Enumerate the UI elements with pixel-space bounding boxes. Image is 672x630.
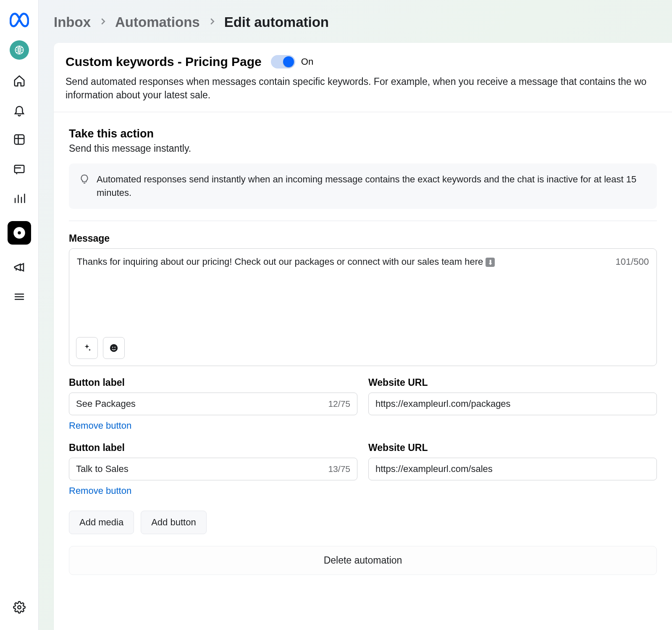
breadcrumb-current: Edit automation (224, 14, 329, 30)
toggle-label: On (301, 56, 313, 67)
status-toggle[interactable] (271, 55, 295, 69)
delete-automation-button[interactable]: Delete automation (69, 546, 657, 575)
svg-point-6 (110, 344, 118, 352)
button-label-field[interactable] (76, 464, 325, 474)
chevron-right-icon (207, 17, 217, 28)
button-label-count: 12/75 (328, 399, 350, 409)
svg-point-5 (18, 606, 21, 609)
button-label-input-2[interactable]: 13/75 (69, 458, 357, 480)
menu-icon[interactable] (13, 290, 26, 303)
meta-logo[interactable] (10, 10, 29, 29)
action-subheading: Send this message instantly. (69, 143, 657, 154)
bar-chart-icon[interactable] (13, 192, 26, 205)
website-url-field[interactable] (375, 464, 650, 474)
remove-button-link-1[interactable]: Remove button (69, 420, 357, 431)
breadcrumb-inbox[interactable]: Inbox (54, 14, 91, 30)
workspace-avatar[interactable] (10, 40, 29, 60)
button-label-field[interactable] (76, 398, 325, 409)
post-icon[interactable] (13, 162, 26, 176)
add-media-button[interactable]: Add media (69, 511, 134, 534)
button-label-count: 13/75 (328, 464, 350, 474)
megaphone-icon[interactable] (13, 261, 26, 274)
divider (69, 221, 657, 221)
info-banner: Automated responses send instantly when … (69, 163, 657, 209)
action-heading: Take this action (69, 127, 657, 140)
message-text[interactable]: Thanks for inquiring about our pricing! … (77, 256, 495, 267)
website-url-title: Website URL (368, 377, 657, 388)
button-label-input-1[interactable]: 12/75 (69, 393, 357, 415)
breadcrumb: Inbox Automations Edit automation (39, 0, 672, 43)
ai-sparkle-button[interactable] (76, 337, 98, 359)
chevron-right-icon (98, 17, 108, 28)
message-editor[interactable]: Thanks for inquiring about our pricing! … (69, 248, 657, 366)
message-char-count: 101/500 (615, 256, 649, 267)
settings-icon[interactable] (13, 601, 26, 614)
website-url-input-2[interactable] (368, 458, 657, 480)
message-label: Message (69, 233, 657, 244)
grid-icon[interactable] (13, 133, 26, 146)
automation-panel: Custom keywords - Pricing Page On Send a… (54, 43, 672, 630)
website-url-title: Website URL (368, 442, 657, 453)
svg-point-7 (112, 347, 113, 348)
add-button-button[interactable]: Add button (141, 511, 206, 534)
panel-header: Custom keywords - Pricing Page On Send a… (54, 43, 672, 112)
breadcrumb-automations[interactable]: Automations (115, 14, 200, 30)
svg-rect-2 (14, 165, 24, 173)
button-label-title: Button label (69, 442, 357, 453)
bell-icon[interactable] (13, 103, 26, 117)
main-area: Inbox Automations Edit automation Custom… (39, 0, 672, 630)
svg-point-8 (115, 347, 116, 348)
lightbulb-icon (79, 174, 90, 185)
website-url-input-1[interactable] (368, 393, 657, 415)
panel-description: Send automated responses when messages c… (66, 75, 660, 102)
inbox-icon[interactable] (8, 221, 31, 245)
svg-point-4 (17, 231, 21, 235)
emoji-button[interactable] (103, 337, 125, 359)
svg-rect-1 (14, 135, 24, 145)
arrow-down-emoji-icon: ⬇ (486, 258, 495, 267)
info-text: Automated responses send instantly when … (97, 173, 647, 200)
left-nav-rail (0, 0, 39, 630)
button-label-title: Button label (69, 377, 357, 388)
page-title: Custom keywords - Pricing Page (66, 55, 262, 69)
remove-button-link-2[interactable]: Remove button (69, 485, 357, 496)
nav-icon-list (8, 74, 31, 303)
home-icon[interactable] (13, 74, 26, 87)
website-url-field[interactable] (375, 398, 650, 409)
